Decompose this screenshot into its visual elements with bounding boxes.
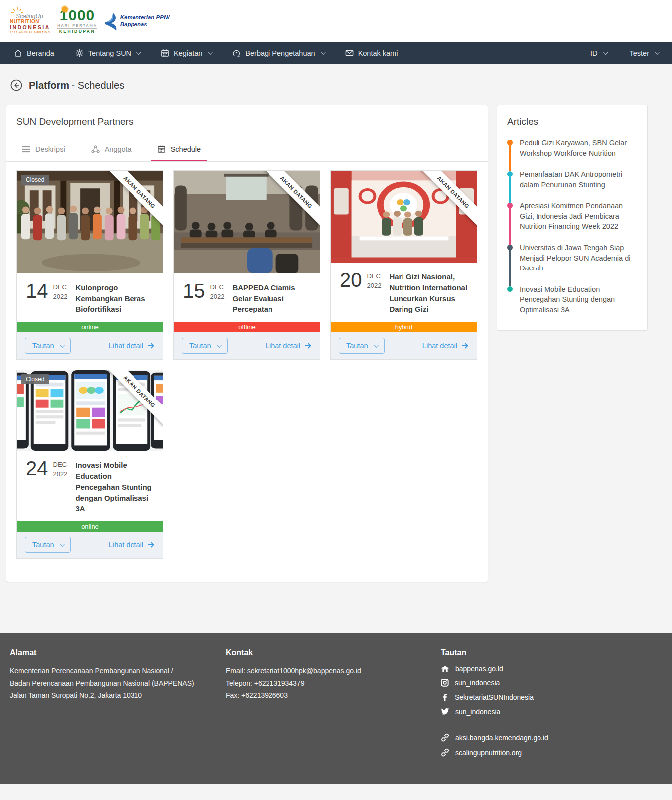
status-badge: online bbox=[17, 322, 163, 332]
ribbon-wrap: AKAN DATANG bbox=[263, 171, 320, 228]
home-icon bbox=[441, 665, 449, 672]
nav-label: Tentang SUN bbox=[88, 49, 131, 57]
event-cards-grid: Closed AKAN DATANG 14 DEC 2022 Kulonprog… bbox=[6, 162, 488, 582]
arrow-right-icon bbox=[148, 542, 155, 548]
bappenas-swoosh-icon bbox=[104, 11, 117, 31]
lihat-detail-link[interactable]: Lihat detail bbox=[109, 342, 155, 350]
nav-item-beranda[interactable]: Beranda bbox=[14, 49, 54, 57]
nav-item-berbagi-pengetahuan[interactable]: Berbagi Pengetahuan bbox=[232, 49, 324, 57]
tautan-dropdown-button[interactable]: Tautan bbox=[339, 338, 385, 354]
tautan-label: Tautan bbox=[32, 541, 54, 549]
nav-item-kegiatan[interactable]: Kegiatan bbox=[161, 49, 211, 57]
event-info: 24 DEC 2022 Inovasi Mobile Education Pen… bbox=[17, 451, 163, 521]
event-month-year: DEC 2022 bbox=[367, 270, 382, 315]
nav-label: Beranda bbox=[27, 49, 54, 57]
lihat-detail-link[interactable]: Lihat detail bbox=[266, 342, 312, 350]
chevron-down-icon bbox=[374, 343, 379, 348]
footer-link-label: aksi.bangda.kemendagri.go.id bbox=[455, 734, 548, 741]
back-button[interactable] bbox=[10, 79, 23, 92]
tab-schedule[interactable]: Schedule bbox=[151, 138, 207, 161]
article-item[interactable]: Inovasi Mobile Education Pencegahan Stun… bbox=[507, 284, 637, 315]
language-dropdown[interactable]: ID bbox=[590, 49, 607, 57]
panel-title: SUN Development Partners bbox=[16, 116, 478, 127]
breadcrumb: Platform - Schedules bbox=[29, 80, 124, 91]
nav-item-kontak-kami[interactable]: Kontak kami bbox=[345, 49, 398, 57]
chevron-down-icon bbox=[60, 542, 65, 547]
article-item[interactable]: Apresiasi Komitmen Pendanaan Gizi, Indon… bbox=[507, 201, 637, 232]
timeline-dot bbox=[507, 203, 513, 208]
tautan-label: Tautan bbox=[346, 342, 368, 350]
footer-link-scalingupnutrition[interactable]: scalingupnutrition.org bbox=[441, 748, 662, 757]
ribbon-wrap: AKAN DATANG bbox=[419, 171, 477, 228]
footer-link-twitter[interactable]: sun_indonesia bbox=[441, 708, 662, 715]
event-card-footer: Tautan Lihat detail bbox=[17, 332, 163, 359]
logo-kehidupan-text: KEHIDUPAN bbox=[57, 28, 97, 35]
calendar-icon bbox=[161, 49, 169, 57]
event-card: AKAN DATANG 20 DEC 2022 Hari Gizi Nasion… bbox=[330, 170, 477, 360]
event-month-year: DEC 2022 bbox=[53, 459, 68, 514]
logo-1000-number: 1000 bbox=[57, 8, 97, 23]
event-title: Inovasi Mobile Education Pencegahan Stun… bbox=[75, 459, 154, 514]
event-year: 2022 bbox=[210, 292, 225, 302]
event-month-year: DEC 2022 bbox=[210, 281, 225, 315]
chevron-down-icon bbox=[60, 343, 65, 348]
tautan-dropdown-button[interactable]: Tautan bbox=[25, 537, 71, 553]
footer-link-aksi-bangda[interactable]: aksi.bangda.kemendagri.go.id bbox=[441, 733, 662, 742]
event-day: 20 bbox=[340, 270, 362, 315]
event-month: DEC bbox=[53, 460, 68, 470]
nav-label: Kegiatan bbox=[174, 49, 202, 57]
event-info: 20 DEC 2022 Hari Gizi Nasional, Nutritio… bbox=[331, 263, 477, 322]
arrow-right-icon bbox=[462, 343, 469, 349]
tab-deskripsi[interactable]: Deskripsi bbox=[16, 138, 71, 161]
footer-link-facebook[interactable]: SekretariatSUNIndonesia bbox=[441, 693, 662, 701]
hpk-1000-logo: 1000 HARI PERTAMA KEHIDUPAN bbox=[57, 8, 97, 34]
akan-datang-ribbon: AKAN DATANG bbox=[419, 171, 477, 227]
event-title: BAPPEDA Ciamis Gelar Evaluasi Percepatan bbox=[232, 281, 311, 315]
akan-datang-ribbon: AKAN DATANG bbox=[106, 370, 163, 426]
bappenas-logo-text: Kementerian PPN/ Bappenas bbox=[120, 14, 170, 28]
tab-anggota[interactable]: Anggota bbox=[85, 138, 137, 161]
event-card: Closed AKAN DATANG 14 DEC 2022 Kulonprog… bbox=[16, 170, 163, 360]
articles-title: Articles bbox=[507, 116, 637, 127]
event-year: 2022 bbox=[53, 470, 68, 479]
language-label: ID bbox=[590, 49, 598, 57]
bottom-spacer bbox=[0, 784, 672, 800]
logo-annual-meeting-text: 2021 ANNUAL MEETING bbox=[10, 31, 50, 34]
article-text: Apresiasi Komitmen Pendanaan Gizi, Indon… bbox=[520, 201, 637, 232]
lihat-detail-link[interactable]: Lihat detail bbox=[109, 541, 155, 549]
tab-label: Deskripsi bbox=[35, 145, 65, 153]
link-icon bbox=[441, 748, 449, 757]
akan-datang-ribbon: AKAN DATANG bbox=[106, 171, 163, 227]
footer-contact-heading: Kontak bbox=[226, 648, 441, 657]
articles-sidebar: Articles Peduli Gizi Karyawan, SBN Gelar… bbox=[497, 105, 648, 331]
event-image: Closed AKAN DATANG bbox=[17, 171, 163, 273]
status-badge: offline bbox=[174, 322, 320, 332]
article-item[interactable]: Universitas di Jawa Tengah Siap Menjadi … bbox=[507, 243, 637, 273]
main-navbar: Beranda Tentang SUN bbox=[0, 42, 672, 64]
sun-annual-meeting-logo: ScalingUp NUTRITION INDONESIA 2021 ANNUA… bbox=[10, 8, 50, 34]
chevron-down-icon bbox=[603, 50, 608, 55]
back-arrow-icon bbox=[10, 79, 23, 92]
knowledge-icon bbox=[232, 49, 241, 57]
tabs: Deskripsi Anggota Sch bbox=[6, 138, 488, 162]
footer-link-bappenas[interactable]: bappenas.go.id bbox=[441, 665, 662, 672]
footer-links-section: Tautan bappenas.go.id sun_indonesia Sekr… bbox=[441, 648, 662, 763]
tautan-dropdown-button[interactable]: Tautan bbox=[182, 338, 228, 354]
article-item[interactable]: Pemanfaatan DAK Antropometri dalam Penur… bbox=[507, 169, 637, 190]
tautan-dropdown-button[interactable]: Tautan bbox=[25, 338, 71, 354]
facebook-icon bbox=[441, 693, 449, 701]
article-item[interactable]: Peduli Gizi Karyawan, SBN Gelar Workshop… bbox=[507, 138, 637, 158]
event-day: 15 bbox=[183, 281, 205, 315]
logo-indonesia-text: INDONESIA bbox=[10, 25, 50, 30]
footer-link-instagram[interactable]: sun_indonesia bbox=[441, 679, 662, 687]
site-footer: Alamat Kementerian Perencanaan Pembangun… bbox=[0, 633, 672, 784]
contact-fax: Fax: +62213926603 bbox=[226, 689, 441, 702]
footer-link-label: scalingupnutrition.org bbox=[455, 749, 522, 756]
status-badge: online bbox=[17, 521, 163, 532]
timeline-line bbox=[509, 145, 511, 171]
user-dropdown[interactable]: Tester bbox=[630, 49, 659, 57]
tautan-label: Tautan bbox=[189, 342, 211, 350]
timeline-line bbox=[509, 208, 511, 245]
lihat-detail-link[interactable]: Lihat detail bbox=[422, 342, 469, 350]
nav-item-tentang-sun[interactable]: Tentang SUN bbox=[75, 49, 140, 57]
